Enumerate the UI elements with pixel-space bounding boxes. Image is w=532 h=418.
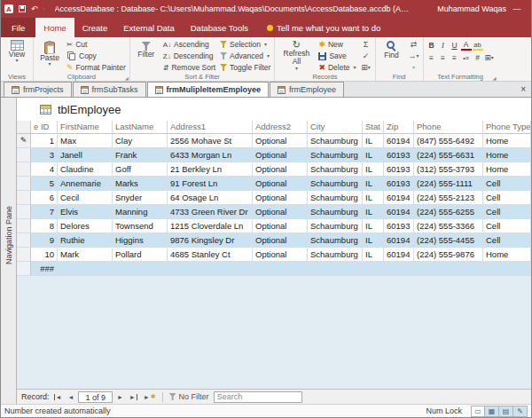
advanced-button[interactable]: Advanced ▾ xyxy=(219,51,271,61)
row-selector[interactable] xyxy=(17,233,31,248)
datasheet-cell[interactable]: Home xyxy=(483,134,531,148)
datasheet-cell[interactable]: 60193 xyxy=(384,219,414,233)
datasheet-cell[interactable]: Snyder xyxy=(113,191,168,205)
row-selector[interactable] xyxy=(17,162,31,177)
save-record-button[interactable]: Save xyxy=(317,51,356,61)
datasheet-cell[interactable]: 4 xyxy=(31,162,58,177)
italic-button[interactable]: I xyxy=(438,40,449,51)
datasheet-cell[interactable]: 5 xyxy=(31,177,58,191)
design-view-button[interactable]: ✎ xyxy=(513,406,528,417)
datasheet-cell[interactable] xyxy=(253,262,308,276)
row-selector[interactable] xyxy=(17,191,31,205)
datasheet-cell[interactable]: 60194 xyxy=(384,248,414,262)
filter-button[interactable]: Filter xyxy=(133,39,160,59)
datasheet-cell[interactable]: (224) 555-1111 xyxy=(414,177,483,191)
close-document-icon[interactable]: × xyxy=(520,84,526,94)
goto-button[interactable]: →▾ xyxy=(408,51,420,61)
spelling-button[interactable]: ✓ xyxy=(360,51,372,61)
column-header-address1[interactable]: Address1 xyxy=(168,121,253,134)
datasheet-cell[interactable] xyxy=(308,262,363,276)
tell-me-box[interactable]: Tell me what you want to do xyxy=(267,18,380,37)
column-header-phone[interactable]: Phone xyxy=(414,121,483,134)
datasheet-cell[interactable]: Optional xyxy=(253,233,308,248)
datasheet-cell[interactable]: 60194 xyxy=(384,134,414,148)
datasheet-cell[interactable]: Schaumburg xyxy=(308,233,363,248)
datasheet-cell[interactable]: Pollard xyxy=(113,248,168,262)
doc-tab-frmEmployee[interactable]: frmEmployee xyxy=(270,82,344,97)
datasheet-cell[interactable]: IL xyxy=(363,205,384,219)
tab-home[interactable]: Home xyxy=(35,18,74,37)
datasheet-cell[interactable]: Schaumburg xyxy=(308,148,363,162)
paste-button[interactable]: Paste ▾ xyxy=(36,39,63,67)
datasheet-cell[interactable]: 1 xyxy=(31,134,58,148)
datasheet-view-button[interactable]: ▦ xyxy=(485,406,499,417)
datasheet-cell[interactable]: IL xyxy=(363,191,384,205)
minimize-button[interactable]: — xyxy=(506,4,528,13)
row-selector[interactable] xyxy=(17,248,31,262)
datasheet-cell[interactable]: Ruthie xyxy=(58,233,113,248)
datasheet-cell[interactable]: Cell xyxy=(483,233,531,248)
remove-sort-button[interactable]: ⇵ Remove Sort xyxy=(162,62,216,73)
align-right-button[interactable]: ≡ xyxy=(450,52,460,64)
new-record-button-ribbon[interactable]: ✱ New xyxy=(317,39,356,50)
datasheet-cell[interactable]: Cell xyxy=(483,205,531,219)
signed-in-user[interactable]: Muhammad Waqas xyxy=(437,4,506,13)
align-center-button[interactable]: ≡ xyxy=(438,52,449,64)
bullets-button[interactable]: •≡ xyxy=(461,52,472,64)
datasheet-cell[interactable]: Claudine xyxy=(58,162,113,177)
format-painter-button[interactable]: ✎ Format Painter xyxy=(66,62,127,73)
datasheet-cell[interactable]: 4685 Stanley Ct xyxy=(168,248,253,262)
doc-tab-frmSubTasks[interactable]: frmSubTasks xyxy=(73,82,146,97)
datasheet-cell[interactable]: 4733 Green River Dr xyxy=(168,205,253,219)
datasheet-cell[interactable] xyxy=(58,262,113,276)
datasheet-cell[interactable]: 60193 xyxy=(384,177,414,191)
column-header-state[interactable]: Stat xyxy=(363,121,384,134)
datasheet-cell[interactable]: 91 Forest Ln xyxy=(168,177,253,191)
datasheet-cell[interactable]: Optional xyxy=(253,191,308,205)
datasheet-cell[interactable]: (224) 555-6631 xyxy=(414,148,483,162)
datasheet-cell[interactable]: 3 xyxy=(31,148,58,162)
navigation-pane-collapsed[interactable]: Navigation Pane xyxy=(1,98,17,404)
selection-button[interactable]: Selection ▾ xyxy=(219,39,271,50)
access-app-icon[interactable]: A xyxy=(4,4,13,13)
datasheet-cell[interactable]: 8 xyxy=(31,219,58,233)
dialog-launcher-icon[interactable]: ◢ xyxy=(125,75,129,81)
datasheet-cell[interactable]: Max xyxy=(58,134,113,148)
datasheet-cell[interactable]: Schaumburg xyxy=(308,205,363,219)
datasheet-cell[interactable]: Optional xyxy=(253,134,308,148)
datasheet-cell[interactable]: IL xyxy=(363,148,384,162)
datasheet-cell[interactable]: Home xyxy=(483,148,531,162)
last-record-button[interactable]: ► xyxy=(128,391,139,403)
datasheet-cell[interactable]: Schaumburg xyxy=(308,162,363,177)
datasheet-cell[interactable]: (224) 555-4455 xyxy=(414,233,483,248)
datasheet-cell[interactable]: (312) 555-3793 xyxy=(414,162,483,177)
datasheet-cell[interactable]: Cell xyxy=(483,191,531,205)
datasheet-cell[interactable]: 1215 Cloverdale Ln xyxy=(168,219,253,233)
first-record-button[interactable]: ◄ xyxy=(52,391,64,403)
datasheet-cell[interactable]: 60193 xyxy=(384,148,414,162)
datasheet-cell[interactable]: Optional xyxy=(253,205,308,219)
replace-button[interactable]: ⇄ xyxy=(408,39,420,50)
datasheet-cell[interactable]: Higgins xyxy=(113,233,168,248)
datasheet-cell[interactable]: Schaumburg xyxy=(308,134,363,148)
undo-icon[interactable]: ↶ xyxy=(31,4,38,13)
dialog-launcher-icon[interactable]: ◢ xyxy=(493,75,497,81)
row-selector[interactable] xyxy=(17,219,31,233)
datasheet-cell[interactable]: Cecil xyxy=(58,191,113,205)
datasheet-cell[interactable]: IL xyxy=(363,233,384,248)
datasheet-cell[interactable]: Manning xyxy=(113,205,168,219)
datasheet-cell[interactable]: Optional xyxy=(253,177,308,191)
datasheet-cell[interactable]: 64 Osage Ln xyxy=(168,191,253,205)
datasheet-cell[interactable]: 6 xyxy=(31,191,58,205)
cut-button[interactable]: ✂ Cut xyxy=(66,39,127,50)
datasheet-cell[interactable]: 7 xyxy=(31,205,58,219)
delete-record-button[interactable]: ✖ Delete ▾ xyxy=(317,62,356,73)
font-color-button[interactable]: A xyxy=(461,41,472,51)
datasheet-cell[interactable]: 10 xyxy=(31,248,58,262)
datasheet-cell[interactable]: IL xyxy=(363,177,384,191)
datasheet-cell[interactable]: Schaumburg xyxy=(308,191,363,205)
tab-external-data[interactable]: External Data xyxy=(115,18,183,37)
totals-button[interactable]: Σ xyxy=(360,39,372,50)
datasheet-cell[interactable] xyxy=(363,262,384,276)
datasheet-cell[interactable]: Cell xyxy=(483,177,531,191)
